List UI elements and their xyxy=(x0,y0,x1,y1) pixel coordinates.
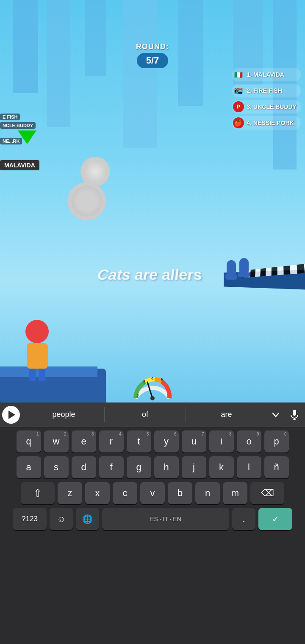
log-1 xyxy=(68,182,106,220)
globe-key[interactable]: 🌐 xyxy=(76,508,99,530)
speedometer: 2 3 4 5 xyxy=(131,373,174,402)
key-p[interactable]: p0 xyxy=(264,430,289,452)
player-label-malavida: MALAVIDA xyxy=(0,160,39,170)
key-row-4: ?123 ☺ 🌐 ES · IT · EN . ✓ xyxy=(2,508,303,530)
key-l[interactable]: l xyxy=(237,456,261,478)
enter-key[interactable]: ✓ xyxy=(258,508,292,530)
suggestions-bar: people of are xyxy=(0,402,305,427)
key-a[interactable]: a xyxy=(17,456,41,478)
key-s[interactable]: s xyxy=(44,456,69,478)
key-e[interactable]: e3 xyxy=(72,430,96,452)
lb-name-1: 1. MALAVIDA xyxy=(247,71,284,78)
key-d[interactable]: d xyxy=(72,456,96,478)
key-k[interactable]: k xyxy=(209,456,234,478)
key-m[interactable]: m xyxy=(223,482,247,504)
building xyxy=(47,0,70,127)
building xyxy=(123,0,157,148)
char-legs xyxy=(25,369,49,381)
lb-name-4: 4. NESSIE PORK xyxy=(247,119,294,126)
building xyxy=(178,0,203,106)
round-value: 5/7 xyxy=(137,53,169,68)
key-u[interactable]: u7 xyxy=(182,430,206,452)
lb-flag-1: 🇮🇹 xyxy=(233,69,244,80)
svg-text:4: 4 xyxy=(151,376,154,381)
player-label-efish: E FISH xyxy=(0,114,20,120)
lb-item-4: 🍎 4. NESSIE PORK xyxy=(232,116,301,130)
building xyxy=(85,0,106,76)
key-i[interactable]: i8 xyxy=(209,430,234,452)
lb-flag-2: 🇿🇦 xyxy=(233,85,244,96)
building xyxy=(13,0,38,93)
key-z[interactable]: z xyxy=(58,482,82,504)
char-head xyxy=(25,320,49,343)
lb-item-1: 🇮🇹 1. MALAVIDA xyxy=(232,68,301,81)
key-j[interactable]: j xyxy=(182,456,206,478)
suggestion-of[interactable]: of xyxy=(105,407,186,422)
svg-text:5: 5 xyxy=(161,378,164,382)
backspace-key[interactable]: ⌫ xyxy=(250,482,284,504)
send-icon xyxy=(8,411,15,419)
player-label-uncle: NCLE BUDDY xyxy=(0,122,36,129)
lb-name-3: 3. UNCLE BUDDY xyxy=(247,103,297,110)
key-c[interactable]: c xyxy=(113,482,137,504)
svg-point-5 xyxy=(150,396,155,400)
key-row-1: q1 w2 e3 r4 t5 y6 u7 i8 o9 p0 xyxy=(2,430,303,452)
lb-item-2: 🇿🇦 2. FIRE FISH xyxy=(232,84,301,97)
keyboard-area: people of are q1 w2 e3 r4 t5 y6 u7 i8 o9… xyxy=(0,402,305,644)
key-row-2: a s d f g h j k l ñ xyxy=(2,456,303,478)
char-body xyxy=(27,343,48,369)
key-v[interactable]: v xyxy=(140,482,165,504)
platform-top xyxy=(0,366,97,377)
lb-flag-4: 🍎 xyxy=(233,117,244,128)
period-key[interactable]: . xyxy=(232,508,255,530)
key-row-3: ⇧ z x c v b n m ⌫ xyxy=(2,482,303,504)
char-leg-left xyxy=(29,369,36,381)
send-button[interactable] xyxy=(2,406,20,424)
key-w[interactable]: w2 xyxy=(44,430,69,452)
key-t[interactable]: t5 xyxy=(127,430,151,452)
suggestion-are[interactable]: are xyxy=(186,407,267,422)
leaderboard: 🇮🇹 1. MALAVIDA 🇿🇦 2. FIRE FISH P 3. UNCL… xyxy=(232,68,301,132)
key-o[interactable]: o9 xyxy=(237,430,261,452)
lb-item-3: P 3. UNCLE BUDDY xyxy=(232,100,301,114)
keys-area: q1 w2 e3 r4 t5 y6 u7 i8 o9 p0 a s d f g … xyxy=(0,427,305,644)
svg-rect-6 xyxy=(293,410,296,416)
emoji-key[interactable]: ☺ xyxy=(50,508,73,530)
key-y[interactable]: y6 xyxy=(154,430,179,452)
char-leg-right xyxy=(39,369,45,381)
key-h[interactable]: h xyxy=(154,456,179,478)
log-2 xyxy=(80,157,110,186)
numeric-key[interactable]: ?123 xyxy=(13,508,47,530)
key-q[interactable]: q1 xyxy=(17,430,41,452)
svg-text:3: 3 xyxy=(143,380,146,384)
chevron-down-button[interactable] xyxy=(267,406,284,424)
key-n[interactable]: n xyxy=(195,482,220,504)
key-r[interactable]: r4 xyxy=(99,430,124,452)
lb-flag-3: P xyxy=(233,101,244,112)
key-b[interactable]: b xyxy=(168,482,192,504)
svg-text:2: 2 xyxy=(136,394,139,398)
suggestion-people[interactable]: people xyxy=(23,407,105,422)
key-f[interactable]: f xyxy=(99,456,124,478)
pin-1 xyxy=(227,260,237,280)
key-g[interactable]: g xyxy=(127,456,151,478)
round-indicator: ROUND: 5/7 xyxy=(136,42,169,68)
key-x[interactable]: x xyxy=(85,482,110,504)
lb-name-2: 2. FIRE FISH xyxy=(247,87,282,94)
space-key[interactable]: ES · IT · EN xyxy=(102,508,229,530)
game-area: ROUND: 5/7 🇮🇹 1. MALAVIDA 🇿🇦 2. FIRE FIS… xyxy=(0,0,305,402)
ground-text: Cats are allers xyxy=(96,267,203,283)
shift-key[interactable]: ⇧ xyxy=(21,482,55,504)
key-n-tilde[interactable]: ñ xyxy=(264,456,289,478)
player-arrow xyxy=(18,130,36,144)
mic-button[interactable] xyxy=(286,406,303,424)
character-malavida xyxy=(25,320,49,381)
pin-2 xyxy=(239,258,250,278)
round-label: ROUND: xyxy=(136,42,169,51)
